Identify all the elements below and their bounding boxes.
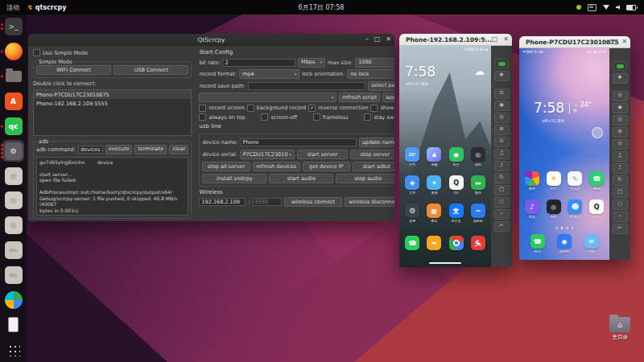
app-文件[interactable]: ◈文件 [403,175,421,195]
app-微博[interactable]: ✦微博 [425,175,443,195]
script-dropdown[interactable]: ▾ [199,93,336,102]
select-path-button[interactable]: select path [368,81,394,91]
dock-item-files[interactable] [0,64,27,89]
adb-console-output[interactable]: gu7d65ylrgj6xinhn device start server...… [36,157,188,216]
app-微信[interactable]: ●●微信 [469,175,487,195]
always-on-top-checkbox[interactable]: always on top [199,113,245,121]
screen-off-icon[interactable]: ⊘ [613,127,628,138]
home-icon[interactable]: ○ [494,197,510,208]
volume-up-icon[interactable]: ♫ [494,149,510,159]
minimize-button[interactable]: – [483,36,486,43]
back-icon[interactable]: ‹ [613,212,628,222]
close-button[interactable]: ✕ [503,36,509,43]
app-安全[interactable]: ◉安全 [448,147,465,167]
refresh-script-button[interactable]: refresh script [339,93,380,102]
start-server-button[interactable]: start server [297,150,348,159]
dock-item-settings[interactable]: ⚙ [0,138,27,163]
start-audio-button[interactable]: start audio [269,174,333,183]
stop-all-server-button[interactable]: stop all server [202,162,250,171]
device-list-item[interactable]: Phone-192.168.2.109:5555 [34,99,191,108]
app-天气[interactable]: ☀天气 [545,171,563,191]
desktop-home-folder[interactable]: ⌂ 主目录 [601,317,639,341]
app-相机[interactable]: ◎相机 [469,147,487,167]
app-switch-icon[interactable]: □ [613,187,628,198]
volume-up-icon[interactable]: ♫ [613,151,628,162]
update-name-button[interactable]: update name [359,138,394,147]
phone2-titlebar[interactable]: Phone-P7CDU17C23010875 – □ ✕ [519,36,630,48]
app-QQ[interactable]: QQQ [588,200,605,219]
screen-on-icon[interactable]: ◎ [613,115,628,125]
dock-item-app-ssl-2[interactable]: SSL [0,263,27,288]
dock-item-phone-app[interactable] [0,312,27,337]
maximize-button[interactable]: □ [492,36,498,43]
app-相册[interactable]: ▲相册 [425,147,443,167]
dock-item-ubuntu-software[interactable]: A [0,89,27,114]
app-备忘录[interactable]: ✎备忘录 [566,171,584,191]
home-icon[interactable]: ○ [613,200,628,210]
app-天气[interactable]: 25°天气 [403,147,421,167]
app-dock[interactable]: ▬ [425,236,443,250]
app-信息[interactable]: ✉信息 [583,234,601,253]
app-dock[interactable] [448,236,465,250]
phone1-screen[interactable]: 中国移动 4G ▪ 7:58 6月17日 周四 ☁ 25°天气▲相册◉安全◎相机… [399,46,491,267]
app-畅连[interactable]: ☎畅连 [588,171,605,191]
clock-button[interactable]: 6月17日 07:58 [248,3,394,12]
stop-audio-button[interactable]: stop audio [336,174,394,183]
app-浏览器[interactable]: ◉浏览器 [555,234,573,253]
app-浏览器[interactable]: ~浏览器 [469,204,487,223]
app-图库[interactable]: 图库 [523,171,541,191]
dock-item-terminal[interactable]: >_ [0,14,27,39]
frameless-checkbox[interactable]: frameless [313,113,349,121]
focused-app-indicator[interactable]: ↯ qtscrcpy [27,4,66,11]
reverse-connection-checkbox[interactable]: ✓reverse connection [308,105,368,112]
fullscreen-icon[interactable]: ❖ [613,73,628,84]
screen-on-icon[interactable]: ◎ [494,113,510,123]
main-window-titlebar[interactable]: QtScrcpy – □ ✕ [28,34,394,46]
close-button[interactable]: ✕ [386,36,391,43]
wireless-connect-button[interactable]: wireless connect [284,197,343,207]
use-simple-mode-checkbox[interactable]: Use Simple Mode [33,49,192,56]
dock-item-app-generic-2[interactable]: ◎ [0,188,27,213]
close-button[interactable]: ✕ [621,39,627,45]
stop-server-button[interactable]: stop server [350,150,394,159]
background-record-checkbox[interactable]: background record [247,105,306,112]
rotate-icon[interactable]: ↻ [613,175,628,186]
app-QQ[interactable]: QQQ [448,175,465,195]
app-支付宝[interactable]: 支支付宝 [448,204,465,223]
phone2-screen[interactable]: 中国移动 4G HD ◐ 72% 7:58 ☀ 24° 晴 6月17日 周四 图… [519,48,609,260]
screen-off-icon[interactable]: ⊘ [494,125,510,135]
wireless-port-input[interactable]: 5555 [253,198,282,206]
app-dock[interactable]: ☎ [403,236,421,250]
dock-item-app-generic-1[interactable]: ◎ [0,163,27,188]
install-sndcpy-button[interactable]: install sndcpy [202,174,266,183]
stay-awake-checkbox[interactable]: stay awake [364,113,394,121]
app-dock[interactable]: 头 [469,236,487,250]
connection-power-button[interactable] [494,59,509,68]
wifi-connect-button[interactable]: WIFI Connect [36,65,111,75]
rotate-icon[interactable]: ↻ [494,173,510,183]
device-list-item[interactable]: Phone-P7CDU17C23010875 [34,90,191,99]
activities-button[interactable]: 活动 [6,3,19,12]
app-switch-icon[interactable]: □ [494,185,510,195]
wireless-disconnect-button[interactable]: wireless disconnect [345,197,394,207]
clear-button[interactable]: clear [169,145,188,154]
wireless-ip-input[interactable]: 192.168.2.109 [199,198,246,206]
minimize-button[interactable]: – [601,39,605,45]
dock-item-pinwheel-app[interactable] [0,287,27,312]
volume-down-icon[interactable]: ♪ [494,161,510,171]
assistive-ball[interactable] [592,127,603,138]
screenshot-crop-icon[interactable]: ✂ [494,221,510,232]
power-icon[interactable]: ⊙ [494,137,510,147]
device-serial-dropdown[interactable]: P7CDU17C23010▾ [240,150,295,159]
show-fps-checkbox[interactable]: show fps [370,105,394,112]
adb-command-input[interactable]: devices [78,146,103,154]
app-音乐[interactable]: ♪音乐 [523,200,541,219]
menu-icon[interactable]: ≡ [613,91,628,101]
dock-item-qtscrcpy[interactable]: qc [0,113,27,138]
back-icon[interactable]: ‹ [494,209,510,220]
bit-rate-input[interactable]: 2 [222,59,295,67]
phone1-titlebar[interactable]: Phone-192.168.2.109:5... – □ ✕ [399,34,512,46]
usb-connect-button[interactable]: USB Connect [114,65,188,75]
app-电话[interactable]: ☎电话 [529,234,547,253]
app-联系人[interactable]: ☻联系人 [566,200,584,219]
